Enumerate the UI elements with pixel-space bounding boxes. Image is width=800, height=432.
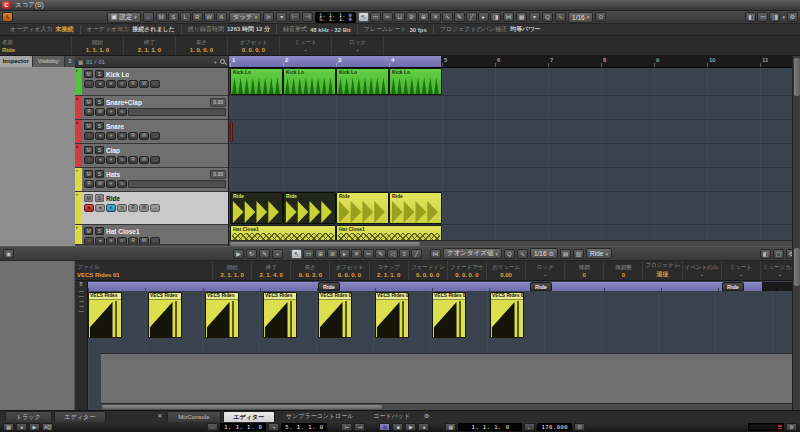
editor-range-selection-tool[interactable]: ▭ [303, 249, 314, 259]
scrollbar-thumb[interactable] [794, 248, 800, 286]
edit-channel-button[interactable]: e [106, 237, 116, 244]
freeze-button[interactable]: ⊙ [117, 204, 127, 212]
freeze-button[interactable]: ⊙ [117, 180, 127, 188]
quantize-button[interactable]: Q [504, 249, 515, 259]
solo-button[interactable]: S [95, 194, 104, 202]
editor-info-item[interactable]: フェードアウト0. 0. 0. 0 [448, 261, 487, 280]
info-item[interactable]: ミュート- [280, 36, 332, 55]
editor-audio-event[interactable]: VECS Rides 01 [432, 292, 466, 338]
editor-ruler[interactable]: RideRideRide [88, 282, 792, 291]
right-locator-display[interactable]: 5. 1. 1. 0 [281, 423, 327, 431]
gear-icon[interactable]: ⚙ [786, 423, 797, 431]
editor-part-tab[interactable]: Ride [722, 282, 744, 291]
write-automation-button[interactable]: W [95, 108, 105, 116]
editor-line-tool[interactable]: ╱ [411, 249, 422, 259]
solo-button[interactable]: S [95, 170, 104, 178]
editor-object-selection-tool[interactable]: ↖ [291, 249, 302, 259]
record-button[interactable]: ● [418, 423, 429, 431]
track-routing-box[interactable] [128, 108, 226, 116]
locator-display[interactable]: 1. 1. 1. 0 5. 1. 1. 0 [315, 12, 356, 23]
punch-in-button[interactable]: ⊢ [341, 423, 352, 431]
editor-info-item[interactable]: 微調整0 [604, 261, 643, 280]
punch-out-button[interactable]: ⊣ [354, 423, 365, 431]
write-automation-button[interactable]: W [139, 204, 149, 212]
editor-split-tool[interactable]: ✂ [363, 249, 374, 259]
record-enable-button[interactable]: ● [84, 132, 94, 140]
workspace-selector[interactable]: ▣ 設定 ▾ [107, 12, 141, 23]
write-automation-button[interactable]: W [95, 180, 105, 188]
automation-mode-selector[interactable]: タッチ ▾ [229, 12, 261, 23]
track-hats[interactable]: ▸MSHats0.00RWe⊙ [75, 168, 228, 192]
mute-tool[interactable]: ✕ [430, 12, 441, 22]
audition-loop-button[interactable]: ↻ [246, 249, 257, 259]
editor-info-item[interactable]: ロック- [526, 261, 565, 280]
range-selection-tool[interactable]: ▭ [370, 12, 381, 22]
quantize-panel-icon[interactable]: ⊙ [549, 250, 554, 258]
split-tool[interactable]: ✂ [382, 12, 393, 22]
audio-output-status[interactable]: オーディオ出力接続されました [80, 25, 181, 34]
tab-inspector[interactable]: Inspector [0, 56, 33, 67]
info-item[interactable]: 終了2. 1. 1. 0 [124, 36, 176, 55]
ride-event[interactable]: Ride [389, 192, 442, 224]
mute-button[interactable]: M [84, 146, 93, 154]
write-automation-button[interactable]: W [139, 237, 149, 244]
iterative-quantize-button[interactable]: ∿ [555, 12, 566, 22]
editor-info-item[interactable]: 開始2. 1. 1. 0 [213, 261, 252, 280]
grid-type-button[interactable]: ▾ [529, 12, 540, 22]
snap-type-button[interactable]: ▦ [516, 12, 527, 22]
editor-horizontal-scrollbar[interactable] [101, 403, 800, 410]
quantize-button[interactable]: Q [542, 12, 553, 22]
menu-item-s[interactable]: スコア(S) [12, 0, 73, 10]
editor-info-item[interactable]: 終了2. 1. 4. 0 [252, 261, 291, 280]
snap-button[interactable]: ⋈ [503, 12, 514, 22]
monitor-button[interactable]: ◂ [95, 80, 105, 88]
read-automation-button[interactable]: R [128, 132, 138, 140]
track-volume-value[interactable]: 0.00 [210, 170, 226, 179]
kick-event[interactable]: Kick Lo [336, 68, 389, 95]
snap-button[interactable]: ⋈ [430, 249, 441, 259]
mute-button[interactable]: M [84, 70, 93, 78]
vertical-scrollbar[interactable] [792, 56, 800, 246]
monitor-button[interactable]: ◂ [95, 204, 105, 212]
track-hat-close1[interactable]: ▸MSHat Close1●◂e⊙RW… [75, 225, 228, 245]
framerate-status[interactable]: フレームレート30 fps [357, 25, 433, 34]
track-volume-value[interactable]: 0.00 [210, 98, 226, 107]
editor-comp-tool[interactable]: ≡ [399, 249, 410, 259]
read-automation-button[interactable]: R [128, 237, 138, 244]
punch-in-button[interactable]: ⊢ [289, 12, 300, 22]
snare-stub-event[interactable] [230, 121, 233, 142]
more-options-button[interactable]: … [150, 80, 160, 88]
mute-button[interactable]: M [84, 98, 93, 106]
info-item[interactable]: 長さ1. 0. 0. 0 [176, 36, 228, 55]
quantize-preset-selector[interactable]: 1/16 ▾ [568, 12, 593, 23]
record-enable-button[interactable]: ● [84, 156, 94, 164]
punch-out-button[interactable]: ⊣ [302, 12, 313, 22]
edit-channel-button[interactable]: e [106, 156, 116, 164]
time-display[interactable]: 1. 1. 1. 0 [458, 423, 522, 431]
global-automation-s-button[interactable]: S [168, 12, 179, 22]
color-tool[interactable]: ◨ [490, 12, 501, 22]
editor-audio-event[interactable]: VECS Rides 01 [375, 292, 409, 338]
quantize-value-selector[interactable]: 1/16 ⊙ [530, 248, 558, 259]
quantize-panel-button[interactable]: ⊙ [595, 12, 606, 22]
mute-button[interactable]: M [84, 122, 93, 130]
erase-tool[interactable]: ⊘ [406, 12, 417, 22]
global-automation-a-button[interactable]: A [216, 12, 227, 22]
time-warp-tool[interactable]: ∿ [442, 12, 453, 22]
stop-button[interactable]: ■ [392, 423, 403, 431]
global-automation-m-button[interactable]: M [156, 12, 167, 22]
editor-audio-event[interactable]: VECS Rides 01 [318, 292, 352, 338]
global-automation-w-button[interactable]: W [204, 12, 215, 22]
activate-project-button[interactable]: ϟ [2, 12, 13, 22]
editor-part-tab[interactable]: Ride [530, 282, 552, 291]
more-options-button[interactable]: … [150, 132, 160, 140]
write-automation-button[interactable]: W [139, 80, 149, 88]
scrollbar-thumb[interactable] [102, 405, 382, 409]
info-item[interactable]: 名前Ride [0, 36, 72, 55]
zone-tab-item[interactable]: エディター [54, 411, 107, 422]
editor-info-item[interactable]: スナップ2. 1. 1. 0 [370, 261, 409, 280]
insert-options-button[interactable]: + [272, 249, 283, 259]
more-options-button[interactable]: … [150, 156, 160, 164]
editor-info-item[interactable]: 移調0 [565, 261, 604, 280]
lower-tab-mixconsole[interactable]: MixConsole [167, 411, 220, 422]
